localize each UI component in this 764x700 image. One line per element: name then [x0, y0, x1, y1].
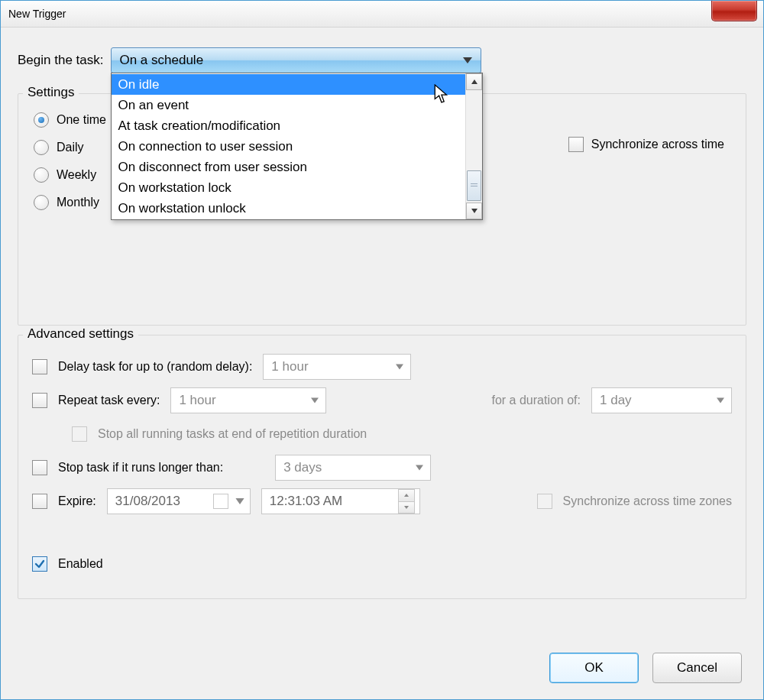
repeat-value: 1 hour: [179, 393, 215, 408]
expire-label: Expire:: [58, 494, 96, 508]
chevron-down-icon: [395, 364, 404, 371]
svg-marker-9: [404, 506, 409, 509]
dropdown-item[interactable]: At task creation/modification: [112, 115, 465, 136]
delay-label: Delay task for up to (random delay):: [58, 360, 252, 374]
sync-timezones-checkbox[interactable]: [568, 137, 584, 152]
svg-marker-5: [717, 398, 724, 403]
begin-task-selected: On a schedule: [119, 53, 203, 68]
stop-if-value: 3 days: [283, 460, 322, 475]
calendar-icon: [213, 494, 228, 509]
frequency-label: One time: [57, 113, 106, 127]
begin-task-label: Begin the task:: [18, 53, 103, 68]
frequency-label: Monthly: [57, 196, 99, 209]
new-trigger-dialog: New Trigger Begin the task: On a schedul…: [0, 0, 764, 700]
frequency-one-time[interactable]: One time: [34, 112, 106, 128]
delay-select[interactable]: 1 hour: [263, 354, 411, 380]
svg-marker-2: [471, 209, 478, 213]
titlebar: New Trigger: [1, 1, 763, 28]
expire-sync-checkbox: [537, 494, 552, 509]
dropdown-item[interactable]: On connection to user session: [112, 136, 465, 157]
time-spinner[interactable]: [398, 489, 415, 514]
dropdown-item[interactable]: On workstation unlock: [112, 198, 465, 219]
settings-legend: Settings: [23, 85, 79, 100]
repeat-duration-select[interactable]: 1 day: [591, 387, 732, 413]
dropdown-item[interactable]: On workstation lock: [112, 177, 465, 198]
sync-timezones-label: Synchronize across time: [591, 138, 724, 151]
chevron-down-icon: [462, 57, 473, 64]
chevron-down-icon: [415, 465, 424, 472]
close-button[interactable]: [711, 1, 757, 21]
repeat-checkbox[interactable]: [32, 393, 47, 408]
chevron-down-icon: [235, 497, 245, 505]
ok-button[interactable]: OK: [549, 653, 639, 683]
svg-marker-3: [396, 365, 403, 370]
frequency-monthly[interactable]: Monthly: [34, 195, 106, 210]
cancel-button[interactable]: Cancel: [652, 653, 742, 683]
frequency-daily[interactable]: Daily: [34, 140, 106, 155]
svg-marker-8: [404, 494, 409, 497]
expire-date-input[interactable]: 31/08/2013: [107, 488, 251, 514]
dropdown-scrollbar[interactable]: [465, 73, 482, 219]
advanced-settings-group: Advanced settings Delay task for up to (…: [18, 335, 746, 599]
svg-marker-0: [463, 57, 472, 63]
radio-icon: [34, 195, 49, 210]
chevron-down-icon: [310, 397, 319, 404]
stop-if-select[interactable]: 3 days: [275, 455, 431, 481]
radio-icon: [34, 167, 49, 183]
delay-value: 1 hour: [271, 359, 308, 374]
check-icon: [34, 559, 45, 569]
expire-sync-label: Synchronize across time zones: [563, 494, 732, 508]
spin-down-icon: [399, 501, 414, 514]
expire-checkbox[interactable]: [32, 494, 47, 509]
begin-task-dropdown: On idle On an event At task creation/mod…: [111, 73, 483, 220]
advanced-legend: Advanced settings: [23, 326, 138, 342]
spin-up-icon: [399, 490, 414, 501]
frequency-label: Daily: [57, 141, 84, 154]
repeat-interval-select[interactable]: 1 hour: [170, 387, 326, 413]
chevron-down-icon: [716, 397, 725, 404]
stop-if-label: Stop task if it runs longer than:: [58, 461, 223, 475]
stop-all-label: Stop all running tasks at end of repetit…: [98, 427, 367, 441]
svg-marker-6: [416, 465, 423, 471]
expire-time-value: 12:31:03 AM: [270, 494, 342, 509]
scroll-down-button[interactable]: [466, 203, 482, 219]
enabled-label: Enabled: [58, 557, 103, 571]
repeat-duration-value: 1 day: [600, 393, 632, 408]
svg-marker-4: [311, 398, 319, 403]
stop-all-checkbox: [72, 426, 87, 442]
begin-task-combobox[interactable]: On a schedule: [111, 47, 481, 73]
delay-checkbox[interactable]: [32, 359, 47, 374]
dropdown-item[interactable]: On an event: [112, 95, 465, 115]
dropdown-item[interactable]: On disconnect from user session: [112, 157, 465, 177]
repeat-label: Repeat task every:: [58, 394, 160, 407]
repeat-duration-label: for a duration of:: [491, 394, 581, 407]
stop-if-checkbox[interactable]: [32, 460, 47, 475]
frequency-weekly[interactable]: Weekly: [34, 167, 106, 183]
scroll-up-button[interactable]: [466, 73, 482, 90]
svg-marker-7: [235, 498, 244, 504]
expire-time-input[interactable]: 12:31:03 AM: [261, 488, 420, 514]
scroll-thumb[interactable]: [467, 170, 481, 201]
radio-icon: [34, 112, 49, 128]
expire-date-value: 31/08/2013: [115, 494, 180, 509]
enabled-checkbox[interactable]: [32, 556, 47, 572]
svg-marker-1: [471, 79, 478, 84]
window-title: New Trigger: [8, 8, 66, 20]
radio-icon: [34, 140, 49, 155]
dropdown-item[interactable]: On idle: [112, 74, 465, 95]
frequency-label: Weekly: [57, 168, 96, 182]
